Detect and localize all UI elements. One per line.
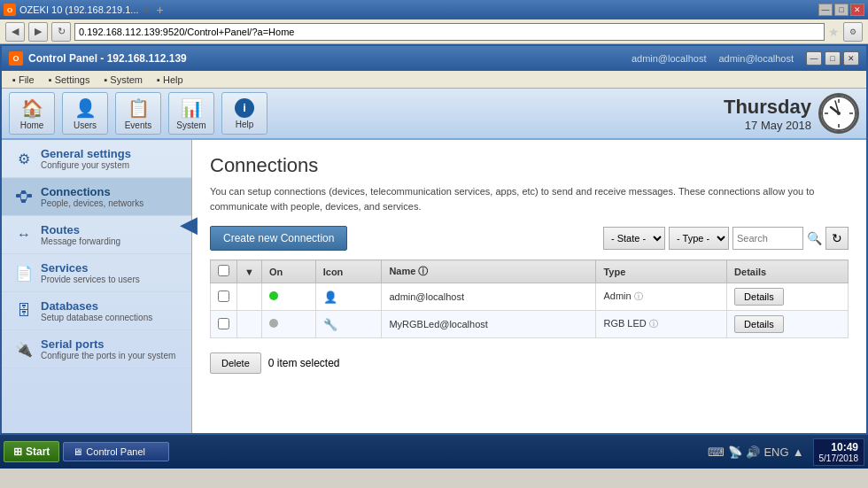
toolbar-home-label: Home: [20, 120, 44, 130]
window-maximize-btn[interactable]: □: [834, 4, 849, 16]
th-on: On: [261, 260, 315, 283]
toolbar-buttons: 🏠 Home 👤 Users 📋 Events 📊 System i Help: [9, 92, 267, 135]
row-type-2: RGB LED: [603, 318, 646, 329]
svg-line-12: [20, 192, 21, 196]
show-desktop-btn[interactable]: ▲: [793, 445, 804, 459]
svg-rect-11: [27, 194, 32, 198]
users-icon: 👤: [74, 97, 97, 119]
sidebar-item-general[interactable]: ⚙ General settings Configure your system: [2, 140, 191, 178]
toolbar-help-label: Help: [236, 120, 254, 129]
content-area: Connections You can setup connections (d…: [192, 140, 866, 433]
browser-nav-bar: ◀ ▶ ↻ ★ ⚙: [0, 19, 868, 44]
reload-btn[interactable]: ↻: [51, 22, 71, 42]
taskbar-control-panel[interactable]: 🖥 Control Panel: [63, 442, 169, 461]
sidebar-item-connections[interactable]: Connections People, devices, networks: [2, 178, 191, 216]
svg-rect-10: [21, 199, 26, 203]
search-icon[interactable]: 🔍: [807, 231, 822, 245]
sidebar-connections-title: Connections: [41, 185, 143, 198]
menu-system[interactable]: ▪ System: [97, 73, 150, 87]
toolbar-system-btn[interactable]: 📊 System: [168, 92, 214, 135]
th-name[interactable]: Name ⓘ: [382, 260, 596, 283]
browser-tab-area: O OZEKI 10 (192.168.219.1... ✕ +: [4, 3, 164, 17]
general-icon: ⚙: [14, 149, 34, 168]
extensions-btn[interactable]: ⚙: [843, 22, 863, 42]
toolbar-help-btn[interactable]: i Help: [221, 92, 267, 135]
sidebar-databases-subtitle: Setup database connections: [41, 313, 152, 322]
sidebar-item-serial-ports[interactable]: 🔌 Serial ports Configure the ports in yo…: [2, 330, 191, 368]
table-row: 🔧 MyRGBLed@localhost RGB LED ⓘ Details: [211, 311, 849, 338]
page-title: Connections: [210, 154, 849, 177]
create-connection-btn[interactable]: Create new Connection: [210, 226, 347, 251]
refresh-btn[interactable]: ↻: [825, 227, 849, 250]
browser-title-bar: O OZEKI 10 (192.168.219.1... ✕ + — □ ✕: [0, 0, 868, 19]
sidebar-routes-title: Routes: [41, 223, 120, 236]
system-clock[interactable]: 10:49 5/17/2018: [813, 438, 865, 466]
filter-area: - State - - Type - 🔍 ↻: [603, 227, 849, 250]
row-checkbox-1[interactable]: [211, 283, 237, 311]
clock-area: Thursday 17 May 2018: [724, 93, 859, 134]
svg-line-15: [26, 196, 27, 201]
app-logo: O: [9, 51, 23, 66]
device-icon-2: 🔧: [323, 318, 337, 331]
app-title: Control Panel - 192.168.112.139: [28, 52, 187, 65]
th-sort[interactable]: ▼: [237, 260, 262, 283]
connections-table: ▼ On Icon Name ⓘ Type Details 👤 admi: [210, 259, 849, 338]
taskbar-right: ⌨ 📡 🔊 ENG ▲ 10:49 5/17/2018: [702, 438, 864, 466]
app-menu-bar: ▪ File ▪ Settings ▪ System ▪ Help: [2, 71, 866, 89]
app-minimize-btn[interactable]: —: [806, 51, 822, 66]
menu-settings[interactable]: ▪ Settings: [42, 73, 97, 87]
sidebar-item-services[interactable]: 📄 Services Provide services to users: [2, 254, 191, 292]
bookmark-star[interactable]: ★: [828, 25, 840, 39]
th-details: Details: [727, 260, 849, 283]
system-tray: ⌨ 📡 🔊 ENG ▲: [702, 445, 809, 459]
new-tab-btn[interactable]: +: [157, 3, 164, 17]
table-row: 👤 admin@localhost Admin ⓘ Details: [211, 283, 849, 311]
select-all-checkbox[interactable]: [218, 265, 229, 276]
status-dot-2: [269, 319, 278, 328]
toolbar-home-btn[interactable]: 🏠 Home: [9, 92, 55, 135]
th-icon: Icon: [315, 260, 382, 283]
menu-file[interactable]: ▪ File: [5, 73, 42, 87]
back-btn[interactable]: ◀: [5, 22, 25, 42]
app-maximize-btn[interactable]: □: [825, 51, 841, 66]
sidebar-item-routes[interactable]: ↔ Routes Message forwarding: [2, 216, 191, 254]
type-info-1: ⓘ: [634, 291, 643, 301]
menu-help[interactable]: ▪ Help: [150, 73, 190, 87]
window-minimize-btn[interactable]: —: [818, 4, 833, 16]
sidebar-item-databases[interactable]: 🗄 Databases Setup database connections: [2, 292, 191, 330]
databases-icon: 🗄: [14, 301, 34, 321]
delete-btn[interactable]: Delete: [210, 352, 261, 374]
clock-date: 17 May 2018: [724, 119, 811, 132]
toolbar-events-btn[interactable]: 📋 Events: [115, 92, 161, 135]
window-controls: — □ ✕: [818, 4, 864, 16]
taskbar: ⊞ Start 🖥 Control Panel ⌨ 📡 🔊 ENG ▲ 10:4…: [0, 435, 868, 469]
toolbar-users-btn[interactable]: 👤 Users: [62, 92, 108, 135]
clock-date: 5/17/2018: [819, 453, 859, 463]
connections-icon: [14, 187, 34, 206]
clock-svg: [821, 96, 856, 131]
control-panel-icon: 🖥: [73, 446, 82, 457]
browser-tab-close[interactable]: ✕: [143, 5, 150, 15]
type-filter[interactable]: - Type -: [669, 227, 729, 250]
toolbar-events-label: Events: [125, 120, 152, 130]
address-bar[interactable]: [74, 23, 825, 41]
sidebar-general-subtitle: Configure your system: [41, 160, 131, 170]
sidebar-services-title: Services: [41, 261, 140, 275]
row-checkbox-2[interactable]: [211, 311, 237, 338]
search-input[interactable]: [732, 227, 803, 250]
clock-text: Thursday 17 May 2018: [724, 96, 811, 132]
window-close-btn[interactable]: ✕: [850, 4, 864, 16]
app-controls: — □ ✕: [806, 51, 859, 66]
state-filter[interactable]: - State -: [603, 227, 665, 250]
sidebar-services-subtitle: Provide services to users: [41, 275, 140, 284]
app-close-btn[interactable]: ✕: [843, 51, 859, 66]
details-btn-1[interactable]: Details: [734, 288, 784, 306]
language-indicator: ENG: [763, 445, 788, 459]
content-toolbar: Create new Connection - State - - Type -…: [210, 226, 849, 251]
forward-btn[interactable]: ▶: [28, 22, 48, 42]
row-name-2: MyRGBLed@localhost: [382, 311, 596, 338]
start-button[interactable]: ⊞ Start: [4, 441, 59, 462]
svg-line-13: [20, 196, 21, 201]
svg-rect-8: [16, 194, 20, 198]
details-btn-2[interactable]: Details: [734, 315, 784, 333]
